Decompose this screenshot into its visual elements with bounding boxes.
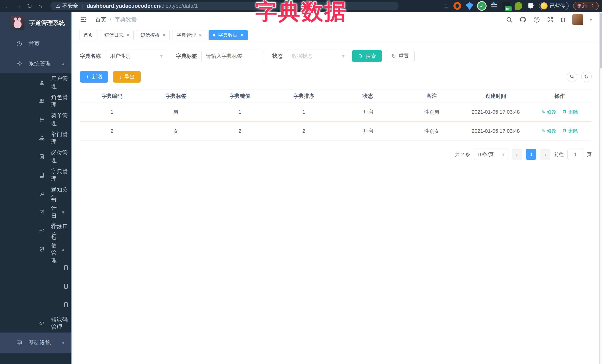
search-button[interactable]: 搜索 <box>352 50 382 62</box>
cell-status: 开启 <box>336 108 400 115</box>
sidebar-item-users[interactable]: 用户管理 <box>0 73 72 92</box>
sidebar-item-label: 首页 <box>29 40 40 48</box>
extension-orange-icon[interactable] <box>453 2 461 10</box>
browser-reload-icon[interactable]: ↻ <box>24 2 35 10</box>
github-icon[interactable] <box>519 16 527 23</box>
col-header: 操作 <box>528 93 592 100</box>
status-select[interactable]: 数据状态 ▾ <box>287 50 349 62</box>
sidebar-item-sms-log[interactable]: 短信日志 <box>0 295 72 314</box>
sidebar-item-label: 岗位管理 <box>51 149 72 164</box>
table-row[interactable]: 1 男 1 1 开启 性别男 2021-01-05 17:03:48 ✎ 修改 … <box>80 103 592 122</box>
close-icon[interactable]: × <box>163 32 165 38</box>
table-settings: ↻ <box>567 72 592 82</box>
sidebar-scrollbar[interactable] <box>71 12 72 364</box>
sidebar-item-sms-template[interactable]: 短信模板 <box>0 277 72 295</box>
tab-dict-data[interactable]: 字典数据 × <box>209 30 248 40</box>
close-icon[interactable]: × <box>127 32 129 38</box>
kebab-menu-icon[interactable]: ⋮ <box>590 3 595 9</box>
sidebar-item-audit-log[interactable]: 审计日志 ▾ <box>0 203 72 221</box>
extensions-puzzle-icon[interactable] <box>527 2 535 10</box>
reset-button[interactable]: ↻ 重置 <box>386 50 415 62</box>
browser-home-icon[interactable]: ⌂ <box>35 2 46 10</box>
sidebar-item-home[interactable]: 首页 <box>0 34 72 54</box>
col-header: 字典标签 <box>144 93 208 100</box>
sidebar-item-error-code[interactable]: 错误码管理 <box>0 314 72 333</box>
sidebar-item-roles[interactable]: 角色管理 <box>0 92 72 110</box>
bookmark-star-icon[interactable]: ☆ <box>443 2 449 10</box>
sidebar-collapse-icon[interactable] <box>80 16 87 23</box>
trash-icon <box>562 109 567 115</box>
table-row[interactable]: 2 女 2 2 开启 性别女 2021-01-05 17:03:48 ✎ 修改 … <box>80 122 592 141</box>
extension-green-check-icon[interactable]: ✓ <box>478 2 486 10</box>
prev-page-button[interactable]: ‹ <box>512 149 522 160</box>
dict-label-input[interactable] <box>201 50 263 62</box>
sidebar-item-departments[interactable]: 部门管理 <box>0 129 72 147</box>
main-area: 首页 / 字典数据 tT ▾ 首页 短信日志 × 短信模板 × 字典管理 × <box>72 12 599 364</box>
sidebar-item-label: 字典管理 <box>51 167 72 183</box>
delete-link[interactable]: 删除 <box>562 128 578 134</box>
edit-link[interactable]: ✎ 修改 <box>541 128 556 134</box>
dict-book-icon <box>39 172 45 178</box>
extension-blue-icon[interactable] <box>466 2 473 10</box>
sidebar-item-system[interactable]: 系统管理 ▴ <box>0 54 72 73</box>
phone-icon <box>63 283 69 289</box>
extension-leaf-icon[interactable] <box>515 2 522 10</box>
url-path: /dict/type/data/1 <box>160 3 198 9</box>
infra-icon <box>16 340 22 346</box>
export-button[interactable]: ↓ 导出 <box>113 71 140 83</box>
current-page-button[interactable]: 1 <box>526 149 536 160</box>
col-header: 字典排序 <box>272 93 336 100</box>
toggle-search-button[interactable] <box>567 72 577 82</box>
tab-home[interactable]: 首页 <box>79 30 97 40</box>
close-icon[interactable]: × <box>241 32 243 38</box>
table-toolbar: + 新增 ↓ 导出 ↻ <box>80 71 592 83</box>
tab-dict-manage[interactable]: 字典管理 × <box>172 30 206 40</box>
status-placeholder: 数据状态 <box>292 52 312 60</box>
delete-link[interactable]: 删除 <box>562 109 578 115</box>
user-avatar[interactable] <box>572 14 583 25</box>
users-icon <box>39 98 45 104</box>
cell-code: 1 <box>80 109 144 115</box>
col-header: 字典编码 <box>80 93 144 100</box>
refresh-table-button[interactable]: ↻ <box>581 72 592 82</box>
help-icon[interactable] <box>533 16 540 23</box>
edit-link[interactable]: ✎ 修改 <box>541 109 556 115</box>
pencil-icon: ✎ <box>541 109 545 115</box>
dict-name-select[interactable]: 用户性别 ▾ <box>105 50 167 62</box>
extension-sliders-icon[interactable] <box>490 2 498 10</box>
active-dot-icon <box>213 34 215 36</box>
sidebar-item-posts[interactable]: 岗位管理 <box>0 147 72 166</box>
sidebar-item-sms-channel[interactable]: 短信渠道 <box>0 259 72 277</box>
avatar-caret-down-icon[interactable]: ▾ <box>590 17 592 22</box>
search-icon[interactable] <box>506 16 513 23</box>
extension-on-icon[interactable]: on <box>502 2 510 10</box>
goto-page-input[interactable] <box>567 149 583 160</box>
next-page-button[interactable]: › <box>540 149 550 160</box>
dict-data-table: 字典编码 字典标签 字典键值 字典排序 状态 备注 创建时间 操作 1 男 1 … <box>80 89 592 141</box>
fullscreen-icon[interactable] <box>547 16 554 23</box>
breadcrumb-separator: / <box>110 16 111 23</box>
breadcrumb-current: 字典数据 <box>115 16 137 23</box>
sidebar-item-dict[interactable]: 字典管理 <box>0 166 72 184</box>
window-scrollbar[interactable] <box>599 12 602 364</box>
sidebar-item-menus[interactable]: 菜单管理 <box>0 110 72 129</box>
col-header: 状态 <box>336 93 400 100</box>
tab-sms-log[interactable]: 短信日志 × <box>100 30 134 40</box>
search-icon <box>570 74 575 80</box>
sidebar-logo[interactable]: 芋道管理系统 <box>0 12 72 34</box>
tab-label: 首页 <box>84 32 93 38</box>
tab-sms-template[interactable]: 短信模板 × <box>136 30 170 40</box>
sidebar-item-sms[interactable]: 短信管理 ▴ <box>0 240 72 259</box>
scrollbar-thumb[interactable] <box>600 13 602 69</box>
text-size-icon[interactable]: tT <box>560 16 566 23</box>
breadcrumb-home[interactable]: 首页 <box>95 16 106 23</box>
sidebar-item-infra[interactable]: 基础设施 ▾ <box>0 333 72 353</box>
edit-label: 修改 <box>547 109 556 115</box>
browser-back-icon[interactable]: ← <box>3 2 13 10</box>
browser-update-button[interactable]: 更新 ⋮ <box>573 2 599 10</box>
page-size-select[interactable]: 10条/页 ▾ <box>474 149 508 160</box>
close-icon[interactable]: × <box>199 32 202 38</box>
browser-forward-icon[interactable]: → <box>13 2 24 10</box>
add-button[interactable]: + 新增 <box>80 71 108 83</box>
profile-paused-badge[interactable]: 已暂停 <box>539 2 569 10</box>
